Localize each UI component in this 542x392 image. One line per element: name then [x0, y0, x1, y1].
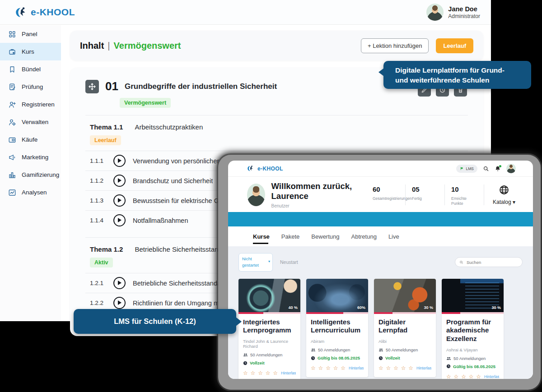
course-card[interactable]: 30 % Programm für akademische Exzellenz …	[442, 279, 504, 379]
leave-review-link[interactable]: Hinterlassen Sie Bewertung	[281, 371, 296, 375]
course-thumbnail: 60%	[306, 279, 368, 312]
lesson-number: 1.1.3	[90, 197, 113, 204]
people-icon	[243, 352, 248, 357]
learner-dashboard-window: e-KHOOL LMS Willkommen zurück	[228, 161, 533, 379]
tab-pakete[interactable]: Pakete	[281, 226, 299, 246]
lesson-number: 1.1.2	[90, 177, 113, 184]
tab-bewertung[interactable]: Bewertung	[311, 226, 339, 246]
stat-label: Gesamtregistrierungen	[373, 196, 398, 201]
star-rating-icons[interactable]: ☆ ☆ ☆ ☆ ☆	[311, 365, 346, 371]
sidebar-item-kaeufe[interactable]: Käufe	[0, 131, 61, 148]
ekhool-logo-icon	[15, 6, 27, 18]
course-enrollment: 50 Anmeldungen	[243, 352, 296, 357]
course-duration: Vollzeit	[378, 355, 431, 360]
status-filter-value: Nicht gestartet	[242, 256, 259, 267]
page-title: Inhalt|Vermögenswert	[80, 41, 181, 51]
stats-row: 60 Gesamtregistrierungen 05 Fertig 10 Er…	[366, 184, 524, 207]
search-input[interactable]	[466, 259, 518, 265]
progress-percent-label: 60%	[357, 305, 365, 310]
clock-small-icon	[446, 364, 451, 369]
tab-live[interactable]: Live	[388, 226, 399, 246]
learner-avatar	[247, 184, 265, 206]
leave-review-link[interactable]: Hinterlassen Sie Bewertung	[349, 366, 364, 370]
lesson-number: 1.1.4	[90, 217, 113, 224]
course-enrollment: 50 Anmeldungen	[311, 347, 364, 352]
course-title: Integriertes Lernprogramm	[243, 318, 296, 335]
analysen-icon	[8, 189, 16, 197]
sidebar-item-marketing[interactable]: Marketing	[0, 148, 61, 166]
sidebar-label: Panel	[22, 31, 37, 37]
move-icon	[88, 83, 96, 91]
lesson-title: Betriebliche Sicherheitsstandards	[133, 280, 230, 287]
kurs-icon	[8, 48, 16, 56]
lesson-title: Brandschutz und Sicherheit	[133, 177, 213, 184]
course-card[interactable]: 60% Intelligentes Lerncurriculum Abiram …	[306, 279, 368, 378]
course-validity: Gültig bis 08.05.2025	[311, 355, 364, 360]
idle-status-button[interactable]: Leerlauf	[436, 38, 473, 53]
chapter-number: 01	[105, 79, 118, 93]
sidebar-item-buendel[interactable]: Bündel	[0, 60, 61, 78]
lesson-title: Notfallmaßnahmen	[133, 217, 188, 224]
notifications-bell-icon[interactable]	[495, 166, 501, 172]
course-author: Ashrai & Vijayan	[446, 347, 499, 352]
sidebar: Panel Kurs Bündel Prüfung Registrieren V…	[0, 25, 61, 321]
topic-label: Thema 1.1	[90, 123, 123, 131]
stat-value: 05	[412, 185, 444, 193]
buendel-icon	[8, 65, 16, 74]
search-icon[interactable]	[483, 166, 489, 172]
gamifizierung-icon	[8, 171, 16, 179]
pruefung-icon	[8, 83, 16, 91]
course-title: Digitaler Lernpfad	[378, 318, 431, 335]
lms-pill[interactable]: LMS	[456, 165, 477, 173]
course-card[interactable]: 30 % Digitaler Lernpfad Alibi 50 Anmeldu…	[374, 279, 436, 378]
play-icon[interactable]	[113, 194, 126, 207]
play-icon[interactable]	[113, 214, 126, 226]
play-icon[interactable]	[113, 175, 126, 187]
star-rating-icons[interactable]: ☆ ☆ ☆ ☆ ☆	[378, 365, 414, 371]
panel-icon	[8, 30, 16, 38]
play-icon[interactable]	[113, 277, 126, 289]
star-rating-icons[interactable]: ☆ ☆ ☆ ☆ ☆	[243, 370, 278, 376]
learner-avatar-small[interactable]	[506, 164, 516, 173]
welcome-role: Benutzer	[271, 203, 366, 208]
drag-handle[interactable]	[85, 80, 99, 93]
sidebar-item-kurs[interactable]: Kurs	[0, 43, 61, 60]
tab-kurse[interactable]: Kurse	[253, 226, 270, 246]
reset-filter-link[interactable]: Neustart	[280, 259, 298, 265]
sidebar-label: Verwalten	[22, 119, 48, 125]
dashboard-tabs: Kurse Pakete Bewertung Abtretung Live	[228, 226, 533, 246]
play-icon[interactable]	[113, 155, 126, 167]
topbar-user-area[interactable]: Jane Doe Administrator	[426, 4, 480, 21]
clock-small-icon	[243, 361, 248, 365]
play-icon[interactable]	[113, 297, 126, 309]
callout-line: Digitale Lernplattform für Grund-	[395, 65, 531, 75]
globe-icon	[499, 184, 509, 195]
topic-status-badge: Leerlauf	[90, 135, 121, 145]
status-filter-select[interactable]: Nicht gestartet ▾	[238, 253, 273, 272]
progress-percent-label: 30 %	[424, 305, 433, 310]
callout-lms-schools: LMS für Schulen (K-12)	[74, 309, 236, 334]
lesson-number: 1.1.1	[90, 157, 113, 164]
sidebar-item-analysen[interactable]: Analysen	[0, 184, 61, 201]
clock-small-icon	[311, 356, 315, 360]
sidebar-item-panel[interactable]: Panel	[0, 25, 61, 43]
leave-review-link[interactable]: Hinterlassen Sie Bewertung	[484, 374, 499, 379]
course-title: Intelligentes Lerncurriculum	[311, 318, 364, 335]
admin-avatar[interactable]	[426, 4, 444, 21]
star-rating-icons[interactable]: ☆ ☆ ☆ ☆ ☆	[446, 374, 481, 379]
tab-abtretung[interactable]: Abtretung	[351, 226, 377, 246]
leave-review-link[interactable]: Hinterlassen Sie Bewertung	[416, 366, 431, 370]
sidebar-item-verwalten[interactable]: Verwalten	[0, 113, 61, 131]
catalog-dropdown[interactable]: Katalog ▾	[484, 184, 524, 207]
page-header-card: Inhalt|Vermögenswert + Lektion hinzufüge…	[70, 31, 483, 60]
sidebar-item-gamifizierung[interactable]: Gamifizierung	[0, 166, 61, 184]
sidebar-item-pruefung[interactable]: Prüfung	[0, 78, 61, 96]
add-lesson-button[interactable]: + Lektion hinzufügen	[361, 38, 429, 53]
sidebar-item-registrieren[interactable]: Registrieren	[0, 96, 61, 113]
course-card[interactable]: 40 % Integriertes Lernprogramm Tindel Jo…	[238, 279, 300, 379]
course-author: Tindel John & Laurence Richard	[243, 339, 296, 349]
course-enrollment: 50 Anmeldungen	[378, 347, 431, 352]
brand-name: e-KHOOL	[257, 166, 283, 172]
lesson-number: 1.2.1	[90, 280, 113, 286]
admin-topbar: e-KHOOL Jane Doe Administrator	[0, 0, 491, 25]
